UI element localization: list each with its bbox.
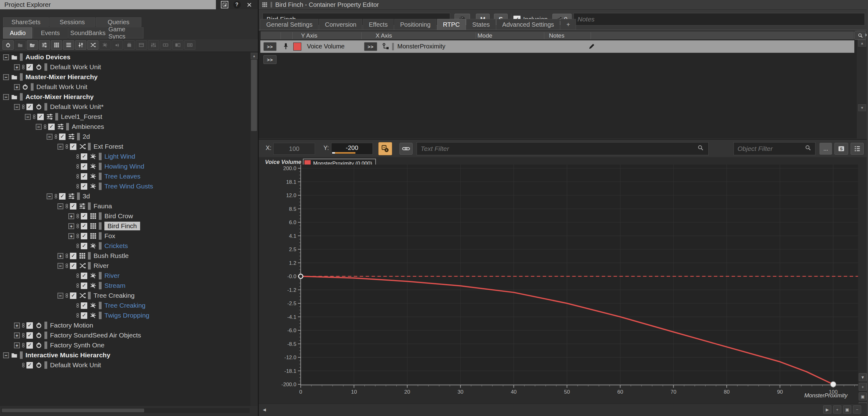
include-checkbox[interactable]: ✓ [81, 232, 88, 240]
tab-sessions[interactable]: Sessions [50, 18, 95, 27]
y-axis-value[interactable]: Voice Volume [307, 43, 344, 50]
expander-minus-icon[interactable]: − [46, 193, 53, 199]
rtpc-curve-plot[interactable]: 200.018.112.08.56.04.12.51.2-0.0-1.2-2.5… [259, 157, 868, 404]
list-options-button[interactable] [850, 143, 864, 155]
tree-toolbar-split-button[interactable] [172, 40, 183, 50]
tree-toolbar-mixer-button[interactable] [148, 40, 159, 50]
dock-button[interactable] [221, 1, 228, 8]
tree-item-label[interactable]: Bird Finch [104, 222, 140, 230]
graph-down-button[interactable]: ▼ [859, 373, 867, 381]
add-rtpc-row-button[interactable]: >> [264, 55, 277, 64]
expander-plus-icon[interactable]: + [14, 343, 20, 348]
tree-row[interactable]: ✓Light Wind [0, 152, 250, 161]
tree-row[interactable]: −✓Ambiences [0, 122, 250, 132]
tree-row[interactable]: −Audio Devices [0, 52, 250, 62]
tree-row[interactable]: −✓Default Work Unit* [0, 102, 250, 112]
tree-toolbar-random-button[interactable] [87, 40, 98, 50]
close-button[interactable] [245, 1, 253, 8]
expander-minus-icon[interactable]: − [14, 104, 20, 110]
tree-toolbar-blend-button[interactable] [51, 40, 62, 50]
tab-game-syncs[interactable]: Game Syncs [108, 27, 144, 38]
tab-positioning[interactable]: Positioning [394, 19, 436, 30]
expander-minus-icon[interactable]: − [3, 94, 9, 100]
tree-row[interactable]: +✓Bush Rustle [0, 251, 250, 261]
table-search-button[interactable] [854, 31, 866, 40]
tree-toolbar-memory-button[interactable] [136, 40, 147, 50]
tree-item-label[interactable]: Interactive Music Hierarchy [26, 351, 110, 359]
tree-item-label[interactable]: Crickets [104, 242, 128, 250]
more-options-button[interactable]: ... [819, 143, 832, 155]
include-checkbox[interactable]: ✓ [37, 113, 44, 121]
column-header-y-axis[interactable]: Y Axis [301, 32, 317, 39]
tree-row[interactable]: −Actor-Mixer Hierarchy [0, 92, 250, 102]
tree-row[interactable]: +✓Factory SoundSeed Air Objects [0, 330, 250, 340]
expander-plus-icon[interactable]: + [68, 233, 74, 239]
expander-minus-icon[interactable]: − [58, 203, 63, 209]
tree-item-label[interactable]: River [104, 272, 120, 279]
include-checkbox[interactable]: ✓ [81, 312, 88, 319]
tree-item-label[interactable]: Tree Wind Gusts [104, 183, 153, 190]
tab-audio[interactable]: Audio [3, 27, 32, 38]
tree-item-label[interactable]: Tree Leaves [104, 172, 141, 180]
tree-item-label[interactable]: Ambiences [72, 123, 104, 130]
include-checkbox[interactable]: ✓ [26, 322, 33, 329]
include-checkbox[interactable]: ✓ [70, 262, 77, 269]
expander-minus-icon[interactable]: − [3, 54, 9, 60]
tree-row[interactable]: +✓Bird Finch [0, 221, 250, 231]
include-checkbox[interactable]: ✓ [81, 153, 88, 160]
tree-toolbar-strip-button[interactable] [160, 40, 171, 50]
tree-item-label[interactable]: Default Work Unit [50, 63, 101, 71]
tree-item-label[interactable]: Bird Crow [104, 212, 133, 220]
include-checkbox[interactable]: ✓ [81, 272, 88, 279]
rtpc-row[interactable]: >> Voice Volume >> MonsterProximity [260, 40, 854, 53]
graph-minus-button[interactable]: − [853, 406, 861, 414]
tree-toolbar-folder-open-button[interactable] [27, 40, 38, 50]
notes-edit-pencil-icon[interactable] [588, 42, 595, 50]
tree-item-label[interactable]: Audio Devices [26, 54, 70, 61]
expander-minus-icon[interactable]: − [36, 124, 42, 130]
tree-row[interactable]: −Master-Mixer Hierarchy [0, 72, 250, 82]
tree-row[interactable]: +✓Fox [0, 231, 250, 241]
object-filter-input[interactable] [734, 142, 815, 155]
tree-toolbar-folder-button[interactable] [14, 40, 26, 50]
graph-one-one-button[interactable]: ▣ [859, 392, 867, 401]
include-checkbox[interactable]: ✓ [26, 103, 33, 110]
tree-horizontal-scrollbar[interactable] [1, 408, 250, 413]
tree-item-label[interactable]: Factory Synth One [50, 342, 104, 349]
tree-toolbar-actor-mixer-button[interactable] [39, 40, 50, 50]
tree-row[interactable]: ✓River [0, 271, 250, 281]
include-checkbox[interactable]: ✓ [26, 342, 33, 349]
tree-row[interactable]: +✓Factory Motion [0, 320, 250, 330]
tree-row[interactable]: −✓River [0, 261, 250, 271]
expander-minus-icon[interactable]: − [58, 263, 63, 269]
tree-row[interactable]: ✓Crickets [0, 241, 250, 251]
link-points-button[interactable] [400, 143, 412, 155]
include-checkbox[interactable]: ✓ [70, 292, 77, 299]
column-header-x-axis[interactable]: X Axis [376, 32, 392, 39]
tree-toolbar-voice-button[interactable] [112, 40, 123, 50]
graph-plus-button[interactable]: + [833, 406, 841, 414]
tree-item-label[interactable]: Ext Forest [94, 143, 123, 150]
tree-row[interactable]: ✓Tree Wind Gusts [0, 181, 250, 191]
y-slider-handle[interactable] [332, 152, 335, 154]
tree-item-label[interactable]: 3d [83, 192, 90, 200]
include-checkbox[interactable]: ✓ [70, 143, 77, 150]
include-checkbox[interactable]: ✓ [26, 332, 33, 339]
graph-left-button[interactable]: ◀ [260, 406, 269, 414]
include-checkbox[interactable]: ✓ [81, 282, 88, 289]
expander-minus-icon[interactable]: − [25, 114, 31, 120]
column-header-notes[interactable]: Notes [549, 32, 564, 39]
expand-curve-button[interactable]: >> [264, 42, 277, 51]
tab-sharesets[interactable]: ShareSets [3, 18, 49, 27]
scrollbar-thumb[interactable] [251, 60, 257, 131]
tree-toolbar-sound-button[interactable] [99, 40, 111, 50]
tree-row[interactable]: +Default Work Unit [0, 82, 250, 92]
tree-item-label[interactable]: Master-Mixer Hierarchy [26, 73, 98, 81]
include-checkbox[interactable]: ✓ [70, 252, 77, 259]
include-checkbox[interactable]: ✓ [48, 123, 55, 130]
tree-row[interactable]: −Interactive Music Hierarchy [0, 350, 250, 360]
tree-row[interactable]: −✓Tree Creaking [0, 291, 250, 300]
scrollbar-thumb[interactable] [2, 409, 144, 412]
tree-item-label[interactable]: Level1_Forest [61, 113, 102, 121]
scroll-down-button[interactable]: ▼ [858, 104, 866, 111]
